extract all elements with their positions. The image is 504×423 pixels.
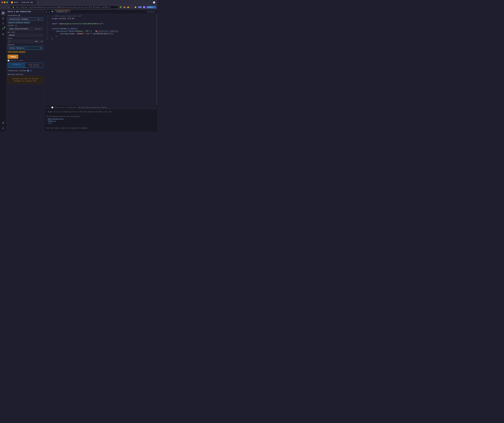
minimap-toggle — [146, 11, 156, 13]
environment-label: ENVIRONMENT 🌐 — [6, 14, 44, 17]
account-row: 0x58D...44eF8 (0.407338242... ⧉ ✎ — [8, 27, 43, 31]
zoom-icon[interactable]: 🔍 — [51, 10, 54, 13]
home-icon — [2, 12, 5, 14]
account-select-input[interactable]: 0x58D...44eF8 (0.407338242... — [9, 28, 37, 30]
git-icon — [2, 28, 4, 30]
gas-limit-label: GAS LIMIT — [6, 31, 44, 33]
extensions-icon[interactable]: 🧩 — [120, 6, 122, 9]
app-container: DEPLOY & RUN TRANSACTIONS ✓ › ENVIRONMEN… — [0, 10, 157, 132]
code-line-2: pragma solidity ^0.8.20; — [52, 17, 154, 20]
copy-address-icon[interactable]: ⧉ — [38, 28, 40, 30]
account-info-icon[interactable]: ℹ — [15, 25, 17, 26]
metamask-icon[interactable]: 🦊 — [123, 6, 126, 9]
wei-select[interactable]: Wei Gwei Finney Ether — [34, 40, 43, 43]
nav-refresh-btn[interactable]: ↺ — [7, 6, 10, 9]
run-icon[interactable]: ▶ — [46, 10, 48, 13]
console-line-3: The following libraries are accessible: — [46, 115, 156, 118]
window-collapse-icon[interactable]: ⬜ — [153, 1, 156, 3]
code-content[interactable]: // SPDX-License-Identifier: MIT pragma s… — [50, 14, 156, 105]
panel-expand-icon[interactable]: › — [42, 11, 43, 13]
svg-point-4 — [2, 13, 2, 13]
file-tab-name: MyToken.sol — [58, 11, 67, 13]
deploy-button[interactable]: Deploy — [8, 55, 18, 59]
console-line-2 — [46, 113, 156, 116]
panel-title: DEPLOY & RUN TRANSACTIONS ✓ — [8, 11, 33, 13]
activity-icon-git[interactable] — [1, 26, 6, 31]
env-menu-icon[interactable]: ⋮ — [40, 18, 42, 20]
environment-info-icon[interactable]: 🌐 — [18, 15, 20, 17]
svg-line-11 — [3, 24, 4, 25]
console-collapse-icon[interactable]: ⇕ — [46, 107, 47, 108]
wallet-icon[interactable]: 💳 — [127, 6, 129, 9]
gas-limit-group — [6, 33, 44, 37]
minimize-button[interactable] — [4, 2, 6, 3]
console-line-4: • web3 version 1.5.2 — [46, 118, 156, 120]
search-icon — [2, 22, 4, 25]
editor-scrollbar[interactable] — [156, 14, 157, 105]
activity-icon-rocket[interactable] — [1, 121, 6, 125]
star-icon[interactable]: ⭐ — [134, 6, 137, 9]
refresh-icon[interactable]: ↺ — [48, 10, 50, 13]
code-line-1: // SPDX-License-Identifier: MIT — [52, 15, 154, 17]
listen-checkbox[interactable] — [51, 107, 53, 108]
edit-address-icon[interactable]: ✎ — [40, 28, 42, 30]
maximize-button[interactable] — [6, 2, 8, 3]
svg-point-2 — [3, 12, 3, 12]
evm-version-badge: evm version: shanghai — [8, 51, 26, 53]
close-button[interactable] — [2, 2, 3, 3]
settings-icon — [2, 127, 4, 129]
activity-icon-files[interactable] — [1, 16, 6, 21]
panel-header: DEPLOY & RUN TRANSACTIONS ✓ › — [6, 10, 44, 14]
activity-icon-plugin[interactable] — [1, 32, 6, 37]
deployed-contracts-section: Deployed Contracts Currently you have no… — [6, 73, 44, 85]
activity-bar — [0, 10, 6, 132]
gas-limit-input-row[interactable] — [8, 34, 43, 37]
console-search-input[interactable] — [81, 107, 155, 108]
value-row: Wei Gwei Finney Ether — [8, 40, 43, 43]
nav-forward-btn[interactable]: › — [4, 6, 6, 9]
url-text: remix.ethereum.org/#lang=en&optimize=fal… — [15, 6, 111, 8]
vpn-badge[interactable]: VPN — [138, 6, 142, 8]
update-button[interactable]: Update ⋮ — [146, 6, 156, 8]
ethers-link[interactable]: ethers.js — [48, 120, 56, 122]
file-tab-close-icon[interactable]: × — [68, 11, 69, 13]
new-tab-button[interactable]: + — [37, 1, 39, 4]
transactions-row[interactable]: Transactions recorded 0 ℹ › — [6, 68, 44, 73]
url-bar[interactable]: 🔒 remix.ethereum.org/#lang=en&optimize=f… — [11, 6, 118, 9]
profile-icon[interactable]: R — [143, 6, 145, 8]
tab-close-btn[interactable]: × — [34, 2, 35, 3]
file-tab-mytoken[interactable]: ◆ MyToken.sol × — [55, 10, 70, 13]
console-line-1: - Right click on a JavaScript file in th… — [46, 111, 156, 113]
files-icon — [2, 17, 4, 19]
deploy-section: Deploy — [6, 54, 44, 59]
activity-icon-search[interactable] — [1, 21, 6, 26]
editor-tabs: ▶ ↺ 🔍 ◆ MyToken.sol × — [44, 10, 157, 14]
value-input[interactable] — [8, 40, 33, 43]
activity-icon-home[interactable] — [1, 11, 6, 15]
svg-line-20 — [80, 108, 80, 108]
transactions-expand-icon[interactable]: › — [42, 70, 43, 72]
nav-back-btn[interactable]: ‹ — [1, 6, 3, 9]
web3-link[interactable]: web3 version 1.5.2 — [48, 118, 63, 120]
code-line-4: import "@openzeppelin/contracts/token/ER… — [52, 23, 154, 25]
browser-tab[interactable]: R Remix - Ethereum IDE × — [9, 0, 36, 4]
editor-area: ▶ ↺ 🔍 ◆ MyToken.sol × 1 2 3 4 5 6 7 — [44, 10, 157, 132]
console-search-bar[interactable] — [78, 106, 156, 109]
activity-icon-settings[interactable] — [1, 126, 6, 131]
contract-select-input[interactable]: MyToken - MyToken.sol — [9, 47, 42, 49]
env-select-container[interactable]: Injected Provider - MetaMask ⋮ — [8, 17, 43, 21]
svg-rect-16 — [2, 34, 3, 35]
browser-actions: 🧩 🦊 💳 🛡 ⭐ VPN R Update ⋮ — [120, 6, 156, 9]
console-line-6: • remix — [46, 122, 156, 125]
git-badge — [4, 27, 5, 28]
load-contract-tab[interactable]: Load contract from Address — [25, 63, 43, 67]
gas-limit-input[interactable] — [9, 34, 42, 36]
svg-point-10 — [2, 23, 4, 24]
console-clear-icon[interactable]: ↺ — [48, 107, 48, 108]
shield-icon[interactable]: 🛡 — [131, 6, 133, 9]
console-line-5: • ethers.js — [46, 120, 156, 122]
transactions-info-icon[interactable]: ℹ — [30, 70, 32, 72]
env-select-input[interactable]: Injected Provider - MetaMask — [9, 18, 40, 20]
at-address-tab[interactable]: At Address — [8, 63, 25, 67]
publish-ipfs-checkbox[interactable] — [8, 60, 9, 61]
